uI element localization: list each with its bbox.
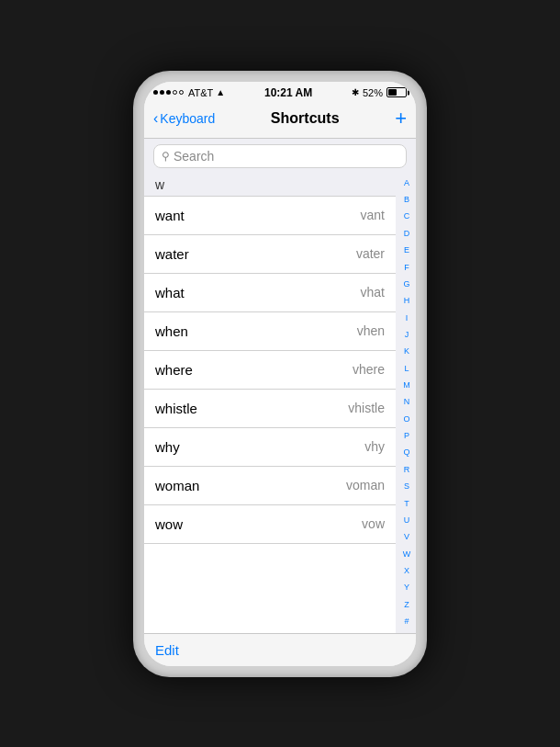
list-item[interactable]: wow vow [144,505,396,544]
item-phrase: when [155,323,188,339]
alpha-letter-t[interactable]: T [404,500,409,509]
item-phrase: woman [155,478,199,493]
back-button[interactable]: ‹ Keyboard [153,110,215,127]
back-label: Keyboard [160,111,215,126]
alpha-letter-k[interactable]: K [404,347,409,357]
time-display: 10:21 AM [264,86,312,99]
signal-dot-2 [160,90,164,95]
alpha-letter-c[interactable]: C [404,212,410,221]
alpha-letter-h[interactable]: H [404,297,410,306]
item-shortcut: vhistle [348,401,385,415]
list-item[interactable]: what vhat [144,274,396,312]
alpha-letter-r[interactable]: R [404,466,410,475]
item-shortcut: vhere [353,362,385,377]
item-phrase: what [155,285,185,300]
signal-dot-5 [179,90,184,95]
alpha-letter-q[interactable]: Q [403,448,409,458]
alpha-letter-p[interactable]: P [404,432,409,441]
alpha-letter-#[interactable]: # [404,617,409,627]
alpha-letter-y[interactable]: Y [404,583,409,593]
alpha-letter-u[interactable]: U [404,516,410,526]
signal-dot-1 [153,90,158,95]
alpha-letter-s[interactable]: S [404,482,409,492]
status-bar: AT&T ▲ 10:21 AM ✱ 52% [144,82,416,102]
signal-dot-3 [166,90,171,95]
alpha-letter-m[interactable]: M [403,381,410,390]
phone-screen: AT&T ▲ 10:21 AM ✱ 52% ‹ Keyboard Shortcu… [144,82,416,666]
signal-dot-4 [173,90,177,95]
add-button[interactable]: + [395,108,407,129]
item-phrase: wow [155,516,183,532]
item-phrase: where [155,362,193,378]
item-phrase: why [155,439,180,455]
battery-icon [386,87,407,97]
search-placeholder: Search [174,149,398,164]
item-shortcut: vater [356,246,385,261]
wifi-icon: ▲ [216,87,225,97]
alpha-letter-z[interactable]: Z [404,601,409,610]
list-item[interactable]: whistle vhistle [144,390,396,428]
search-container: ⚲ Search [144,139,416,174]
alpha-index: ABCDEFGHIJKLMNOPQRSTUVWXYZ# [398,174,416,633]
battery-percent: 52% [363,87,383,98]
page-title: Shortcuts [271,110,340,127]
bluetooth-icon: ✱ [352,87,359,97]
item-phrase: water [155,246,189,262]
item-shortcut: vhy [364,439,385,454]
back-arrow-icon: ‹ [153,110,158,127]
shortcuts-list: w want vant water vater what vhat when v… [144,174,396,633]
list-item[interactable]: water vater [144,235,396,274]
item-phrase: whistle [155,401,197,416]
status-left: AT&T ▲ [153,87,225,98]
alpha-letter-n[interactable]: N [404,398,410,407]
list-item[interactable]: woman voman [144,467,396,505]
signal-strength [153,90,184,95]
alpha-letter-w[interactable]: W [403,550,411,560]
item-phrase: want [155,208,185,223]
status-right: ✱ 52% [352,87,407,98]
alpha-letter-f[interactable]: F [404,264,409,273]
alpha-letter-d[interactable]: D [404,230,410,239]
alpha-letter-b[interactable]: B [404,196,409,205]
item-shortcut: vhen [357,323,385,338]
list-item[interactable]: want vant [144,197,396,235]
list-item[interactable]: where vhere [144,351,396,390]
nav-bar: ‹ Keyboard Shortcuts + [144,102,416,139]
alpha-letter-x[interactable]: X [404,567,409,576]
section-header-w: w [144,174,396,197]
content-area: w want vant water vater what vhat when v… [144,174,416,633]
list-item[interactable]: why vhy [144,428,396,467]
item-shortcut: vant [361,208,385,222]
alpha-letter-e[interactable]: E [404,246,409,255]
carrier-label: AT&T [188,87,213,98]
search-icon: ⚲ [162,150,170,163]
list-item[interactable]: when vhen [144,312,396,351]
edit-bar: Edit [144,633,416,666]
alpha-letter-a[interactable]: A [404,179,409,188]
item-shortcut: vow [362,516,385,531]
alpha-letter-i[interactable]: I [406,314,409,323]
alpha-letter-g[interactable]: G [403,280,409,289]
item-shortcut: vhat [361,285,385,300]
item-shortcut: voman [346,478,385,492]
alpha-letter-l[interactable]: L [404,365,409,374]
alpha-letter-j[interactable]: J [405,331,409,340]
alpha-letter-o[interactable]: O [403,415,409,424]
search-bar[interactable]: ⚲ Search [153,144,407,168]
alpha-letter-v[interactable]: V [404,533,409,542]
edit-button[interactable]: Edit [155,642,179,658]
phone-frame: AT&T ▲ 10:21 AM ✱ 52% ‹ Keyboard Shortcu… [133,71,427,677]
